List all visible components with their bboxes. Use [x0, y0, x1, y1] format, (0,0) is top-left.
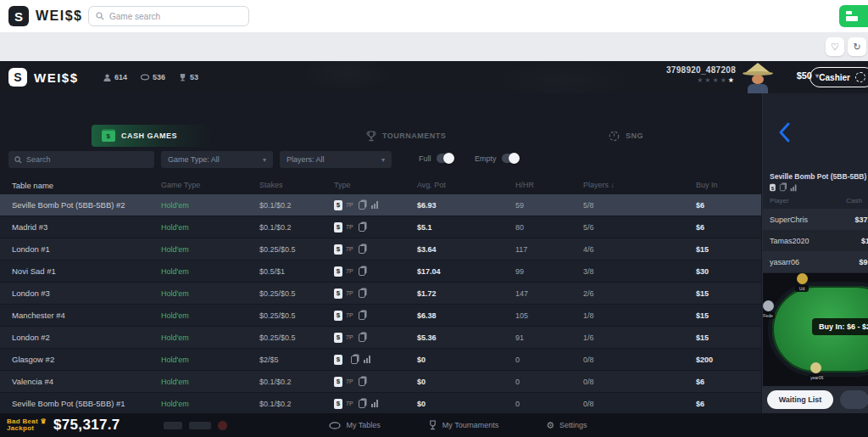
col-buy-in[interactable]: Buy In: [696, 181, 761, 189]
panel-player-row[interactable]: SuperChris $37.5: [763, 209, 868, 230]
site-logo[interactable]: S WEI$$: [8, 68, 79, 87]
players-count: 5/8: [583, 201, 696, 210]
brand-logo[interactable]: S WEI$$: [8, 6, 83, 26]
table-oval-icon: [329, 422, 341, 429]
hands-per-hour: 59: [515, 201, 583, 210]
my-tables-button[interactable]: My Tables: [329, 421, 380, 429]
table-name: Novi Sad #1: [0, 266, 161, 276]
buy-in: $30: [696, 267, 761, 276]
col-type[interactable]: Type: [334, 181, 417, 189]
tab-tournaments[interactable]: TOURNAMENTS: [356, 125, 456, 147]
game-type: Hold'em: [161, 245, 259, 254]
col-game-type[interactable]: Game Type: [161, 181, 259, 189]
empty-toggle[interactable]: Empty: [475, 154, 519, 163]
player-cash: $10: [861, 237, 868, 245]
spinner-icon: [855, 72, 865, 82]
hands-per-hour: 117: [515, 245, 583, 254]
chart-icon: [371, 400, 378, 407]
cash-badge-icon: $: [334, 200, 342, 210]
bottom-nav-label: Settings: [559, 421, 587, 429]
waiting-list-button[interactable]: Waiting List: [767, 390, 833, 409]
search-icon: [14, 156, 22, 164]
seat: Fede: [763, 300, 775, 319]
table-row[interactable]: Seville Bomb Pot (5BB-5BB) #1 Hold'em $0…: [0, 393, 761, 413]
col-table-name[interactable]: Table name: [0, 181, 161, 190]
cards-icon: [359, 223, 365, 232]
tab-cash-games[interactable]: $ CASH GAMES: [92, 125, 212, 147]
table-search-input[interactable]: Search: [8, 151, 154, 168]
type-label: 7P: [346, 224, 353, 230]
col-avg-pot[interactable]: Avg. Pot: [417, 181, 515, 189]
players-count: 1/6: [583, 333, 696, 342]
open-table-button[interactable]: [840, 390, 868, 409]
chevron-left-icon: [775, 120, 795, 144]
cash-badge-icon: $: [334, 289, 342, 299]
top-bar: S WEI$$ Game search: [0, 0, 868, 32]
refresh-button[interactable]: ↻: [848, 37, 866, 56]
table-name: London #2: [0, 333, 161, 342]
col-stakes[interactable]: Stakes: [259, 181, 334, 189]
table-preview[interactable]: Ud Fede year06 Buy In: $6 - $20: [763, 273, 868, 386]
table-row[interactable]: London #1 Hold'em $0.25/$0.5 $ 7P $3.64 …: [0, 238, 761, 261]
certification-logos: [164, 421, 227, 430]
cashier-button[interactable]: Cashier: [810, 67, 868, 87]
hands-per-hour: 147: [515, 289, 583, 298]
stakes: $0.1/$0.2: [259, 201, 334, 210]
poker-lobby-app: S WEI$$ Game search ♡ ↻ S WEI$$: [0, 0, 868, 437]
panel-player-row[interactable]: Tamas2020 $10: [763, 230, 868, 251]
site-header: S WEI$$ 614 536 53: [0, 61, 868, 93]
favorite-button[interactable]: ♡: [826, 37, 844, 56]
heart-icon: ♡: [831, 42, 839, 53]
buy-in: $15: [696, 333, 761, 342]
buy-in: $6: [696, 201, 761, 210]
table-body: Seville Bomb Pot (5BB-5BB) #2 Hold'em $0…: [0, 194, 761, 413]
collapse-panel-button[interactable]: [775, 120, 795, 144]
cards-icon: [359, 333, 365, 342]
buy-in: $15: [696, 245, 761, 254]
panel-player-row[interactable]: yasarr06 $9.5: [763, 251, 868, 272]
cert-logo: [164, 422, 182, 429]
game-type: Hold'em: [161, 356, 259, 364]
brand-logo-icon: S: [8, 6, 29, 26]
my-tournaments-button[interactable]: My Tournaments: [428, 420, 498, 430]
user-block[interactable]: 3798920_487208 ★★★★★: [666, 65, 736, 84]
game-search-input[interactable]: Game search: [88, 6, 249, 26]
settings-button[interactable]: ⚙ Settings: [546, 420, 587, 431]
stakes: $0.25/$0.5: [259, 289, 334, 298]
search-icon: [96, 12, 104, 20]
col-hhr[interactable]: H/HR: [515, 181, 583, 189]
avatar[interactable]: [743, 63, 773, 93]
game-type: Hold'em: [161, 223, 259, 232]
site-logo-icon: S: [8, 68, 27, 87]
table-row[interactable]: Valencia #4 Hold'em $0.1/$0.2 $ 7P $0 0 …: [0, 371, 761, 393]
quick-deposit-button[interactable]: [839, 5, 868, 27]
cash-badge-icon: $: [334, 222, 342, 233]
cards-icon: [359, 311, 365, 320]
table-row[interactable]: Seville Bomb Pot (5BB-5BB) #2 Hold'em $0…: [0, 194, 761, 216]
game-type: Hold'em: [161, 378, 259, 386]
table-row[interactable]: London #3 Hold'em $0.25/$0.5 $ 7P $1.72 …: [0, 283, 761, 305]
game-type: Hold'em: [161, 400, 259, 408]
col-players[interactable]: Players ↓: [583, 181, 696, 189]
game-search-placeholder: Game search: [109, 12, 160, 21]
tab-sng[interactable]: SNG: [598, 125, 654, 147]
toggle-label: Empty: [475, 154, 497, 163]
buy-in-range-label: Buy In: $6 - $20: [812, 318, 868, 335]
game-type-value: Game Type: All: [168, 155, 220, 164]
cert-logo: [189, 422, 211, 429]
table-row[interactable]: Glasgow #2 Hold'em $2/$5 $ $0 0 0/8 $200: [0, 349, 761, 371]
table-row[interactable]: London #2 Hold'em $0.25/$0.5 $ 7P $5.36 …: [0, 327, 761, 349]
table-row[interactable]: Novi Sad #1 Hold'em $0.5/$1 $ 7P $17.04 …: [0, 261, 761, 283]
players-filter-value: Players: All: [287, 155, 325, 164]
game-type-select[interactable]: Game Type: All ▾: [161, 151, 273, 168]
bad-beat-jackpot[interactable]: Bad Beat ♛ Jackpot $75,317.7: [7, 417, 120, 434]
players-select[interactable]: Players: All ▾: [280, 151, 392, 168]
seat-name-tag: year06: [809, 374, 822, 381]
star-icon: ★: [697, 76, 704, 84]
avg-pot: $5.36: [417, 333, 515, 342]
table-row[interactable]: Manchester #4 Hold'em $0.25/$0.5 $ 7P $6…: [0, 305, 761, 327]
table-row[interactable]: Madrid #3 Hold'em $0.1/$0.2 $ 7P $5.1 80…: [0, 216, 761, 238]
full-toggle[interactable]: Full: [419, 154, 453, 163]
buy-in: $6: [696, 378, 761, 386]
rating-stars: ★★★★★: [666, 76, 736, 84]
